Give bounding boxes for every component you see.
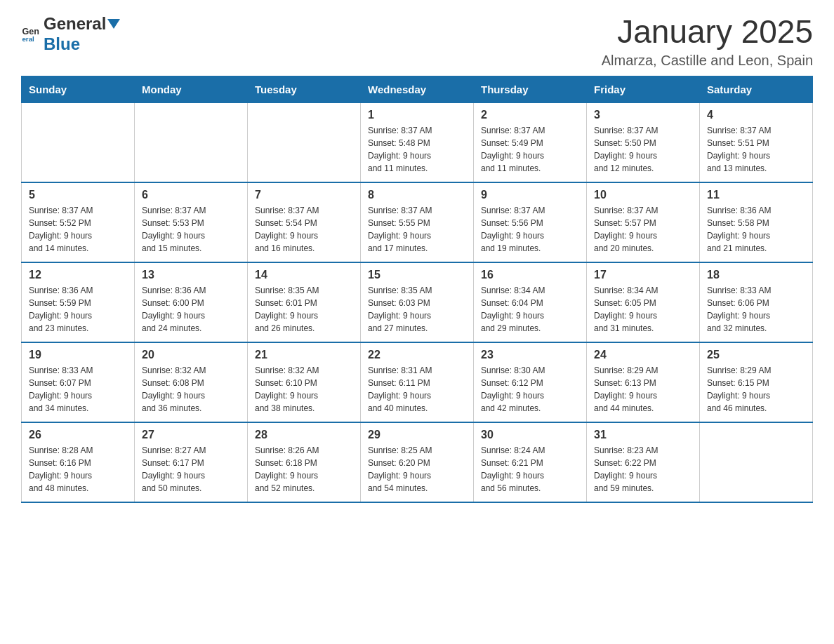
day-info: Sunrise: 8:28 AMSunset: 6:16 PMDaylight:… [29, 444, 127, 495]
day-info: Sunrise: 8:32 AMSunset: 6:10 PMDaylight:… [255, 364, 353, 415]
table-row: 10Sunrise: 8:37 AMSunset: 5:57 PMDayligh… [587, 182, 700, 262]
col-thursday: Thursday [474, 76, 587, 102]
day-info: Sunrise: 8:30 AMSunset: 6:12 PMDaylight:… [481, 364, 579, 415]
day-number: 30 [481, 429, 579, 441]
day-number: 28 [255, 429, 353, 441]
svg-text:eral: eral [22, 36, 34, 43]
table-row: 5Sunrise: 8:37 AMSunset: 5:52 PMDaylight… [22, 182, 135, 262]
day-number: 25 [707, 349, 805, 361]
logo-general-text: General [44, 14, 106, 33]
table-row: 29Sunrise: 8:25 AMSunset: 6:20 PMDayligh… [361, 422, 474, 502]
day-info: Sunrise: 8:37 AMSunset: 5:49 PMDaylight:… [481, 124, 579, 175]
day-info: Sunrise: 8:36 AMSunset: 5:59 PMDaylight:… [29, 284, 127, 335]
table-row: 17Sunrise: 8:34 AMSunset: 6:05 PMDayligh… [587, 262, 700, 342]
day-info: Sunrise: 8:29 AMSunset: 6:13 PMDaylight:… [594, 364, 692, 415]
day-number: 29 [368, 429, 466, 441]
day-info: Sunrise: 8:26 AMSunset: 6:18 PMDaylight:… [255, 444, 353, 495]
table-row: 1Sunrise: 8:37 AMSunset: 5:48 PMDaylight… [361, 102, 474, 182]
day-info: Sunrise: 8:37 AMSunset: 5:48 PMDaylight:… [368, 124, 466, 175]
col-saturday: Saturday [700, 76, 813, 102]
day-info: Sunrise: 8:34 AMSunset: 6:05 PMDaylight:… [594, 284, 692, 335]
day-info: Sunrise: 8:35 AMSunset: 6:03 PMDaylight:… [368, 284, 466, 335]
day-info: Sunrise: 8:32 AMSunset: 6:08 PMDaylight:… [142, 364, 240, 415]
day-number: 19 [29, 349, 127, 361]
calendar-title-block: January 2025 Almarza, Castille and Leon,… [602, 14, 813, 69]
table-row: 3Sunrise: 8:37 AMSunset: 5:50 PMDaylight… [587, 102, 700, 182]
day-number: 6 [142, 189, 240, 201]
table-row: 15Sunrise: 8:35 AMSunset: 6:03 PMDayligh… [361, 262, 474, 342]
day-info: Sunrise: 8:37 AMSunset: 5:53 PMDaylight:… [142, 204, 240, 255]
day-number: 22 [368, 349, 466, 361]
table-row: 12Sunrise: 8:36 AMSunset: 5:59 PMDayligh… [22, 262, 135, 342]
day-info: Sunrise: 8:36 AMSunset: 6:00 PMDaylight:… [142, 284, 240, 335]
calendar-body: 1Sunrise: 8:37 AMSunset: 5:48 PMDaylight… [22, 102, 813, 502]
day-number: 8 [368, 189, 466, 201]
table-row: 4Sunrise: 8:37 AMSunset: 5:51 PMDaylight… [700, 102, 813, 182]
day-number: 20 [142, 349, 240, 361]
day-number: 9 [481, 189, 579, 201]
svg-marker-2 [107, 19, 120, 29]
table-row: 25Sunrise: 8:29 AMSunset: 6:15 PMDayligh… [700, 342, 813, 422]
day-info: Sunrise: 8:37 AMSunset: 5:54 PMDaylight:… [255, 204, 353, 255]
calendar-week-row: 12Sunrise: 8:36 AMSunset: 5:59 PMDayligh… [22, 262, 813, 342]
day-info: Sunrise: 8:24 AMSunset: 6:21 PMDaylight:… [481, 444, 579, 495]
table-row: 14Sunrise: 8:35 AMSunset: 6:01 PMDayligh… [248, 262, 361, 342]
day-number: 3 [594, 109, 692, 121]
logo-blue-text: Blue [44, 34, 80, 53]
day-number: 17 [594, 269, 692, 281]
table-row: 30Sunrise: 8:24 AMSunset: 6:21 PMDayligh… [474, 422, 587, 502]
day-number: 21 [255, 349, 353, 361]
table-row [248, 102, 361, 182]
day-number: 10 [594, 189, 692, 201]
day-info: Sunrise: 8:25 AMSunset: 6:20 PMDaylight:… [368, 444, 466, 495]
table-row: 19Sunrise: 8:33 AMSunset: 6:07 PMDayligh… [22, 342, 135, 422]
day-number: 12 [29, 269, 127, 281]
col-friday: Friday [587, 76, 700, 102]
calendar-title: January 2025 [602, 14, 813, 50]
col-monday: Monday [135, 76, 248, 102]
table-row: 16Sunrise: 8:34 AMSunset: 6:04 PMDayligh… [474, 262, 587, 342]
day-number: 1 [368, 109, 466, 121]
day-info: Sunrise: 8:37 AMSunset: 5:50 PMDaylight:… [594, 124, 692, 175]
day-info: Sunrise: 8:27 AMSunset: 6:17 PMDaylight:… [142, 444, 240, 495]
day-info: Sunrise: 8:31 AMSunset: 6:11 PMDaylight:… [368, 364, 466, 415]
day-info: Sunrise: 8:37 AMSunset: 5:51 PMDaylight:… [707, 124, 805, 175]
day-number: 23 [481, 349, 579, 361]
day-info: Sunrise: 8:37 AMSunset: 5:56 PMDaylight:… [481, 204, 579, 255]
col-sunday: Sunday [22, 76, 135, 102]
table-row: 11Sunrise: 8:36 AMSunset: 5:58 PMDayligh… [700, 182, 813, 262]
table-row: 8Sunrise: 8:37 AMSunset: 5:55 PMDaylight… [361, 182, 474, 262]
table-row: 28Sunrise: 8:26 AMSunset: 6:18 PMDayligh… [248, 422, 361, 502]
table-row [22, 102, 135, 182]
table-row: 24Sunrise: 8:29 AMSunset: 6:13 PMDayligh… [587, 342, 700, 422]
day-info: Sunrise: 8:37 AMSunset: 5:52 PMDaylight:… [29, 204, 127, 255]
table-row [700, 422, 813, 502]
day-info: Sunrise: 8:33 AMSunset: 6:06 PMDaylight:… [707, 284, 805, 335]
table-row: 21Sunrise: 8:32 AMSunset: 6:10 PMDayligh… [248, 342, 361, 422]
calendar-header-row: Sunday Monday Tuesday Wednesday Thursday… [22, 76, 813, 102]
table-row: 22Sunrise: 8:31 AMSunset: 6:11 PMDayligh… [361, 342, 474, 422]
page-header: Gen eral General Blue January 2025 Almar… [21, 14, 813, 69]
logo: Gen eral General Blue [21, 14, 120, 54]
day-number: 4 [707, 109, 805, 121]
day-info: Sunrise: 8:34 AMSunset: 6:04 PMDaylight:… [481, 284, 579, 335]
calendar-week-row: 26Sunrise: 8:28 AMSunset: 6:16 PMDayligh… [22, 422, 813, 502]
table-row: 26Sunrise: 8:28 AMSunset: 6:16 PMDayligh… [22, 422, 135, 502]
table-row: 2Sunrise: 8:37 AMSunset: 5:49 PMDaylight… [474, 102, 587, 182]
logo-icon: Gen eral [21, 24, 41, 43]
calendar-week-row: 19Sunrise: 8:33 AMSunset: 6:07 PMDayligh… [22, 342, 813, 422]
day-info: Sunrise: 8:29 AMSunset: 6:15 PMDaylight:… [707, 364, 805, 415]
day-number: 26 [29, 429, 127, 441]
calendar-week-row: 1Sunrise: 8:37 AMSunset: 5:48 PMDaylight… [22, 102, 813, 182]
day-info: Sunrise: 8:37 AMSunset: 5:57 PMDaylight:… [594, 204, 692, 255]
table-row: 23Sunrise: 8:30 AMSunset: 6:12 PMDayligh… [474, 342, 587, 422]
table-row: 18Sunrise: 8:33 AMSunset: 6:06 PMDayligh… [700, 262, 813, 342]
table-row: 13Sunrise: 8:36 AMSunset: 6:00 PMDayligh… [135, 262, 248, 342]
day-number: 5 [29, 189, 127, 201]
col-tuesday: Tuesday [248, 76, 361, 102]
day-number: 27 [142, 429, 240, 441]
calendar-table: Sunday Monday Tuesday Wednesday Thursday… [21, 76, 813, 503]
day-number: 16 [481, 269, 579, 281]
day-number: 24 [594, 349, 692, 361]
table-row [135, 102, 248, 182]
